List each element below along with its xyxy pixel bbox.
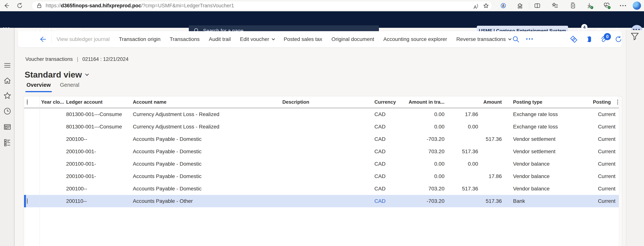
menu-posted-sales-tax[interactable]: Posted sales tax xyxy=(284,36,322,42)
account-name-cell: Accounts Payable - Domestic xyxy=(132,148,282,154)
row-select-radio[interactable] xyxy=(27,198,28,204)
favorites-list-icon[interactable] xyxy=(552,2,558,9)
amount-mid-cell: 0.00 xyxy=(447,124,481,130)
menu-transactions[interactable]: Transactions xyxy=(170,36,200,42)
table-row[interactable]: 801300-001---Consume Currency Adjustment… xyxy=(24,108,622,120)
browser-refresh-icon[interactable] xyxy=(16,2,23,9)
view-selector[interactable]: Standard view xyxy=(24,70,88,80)
menu-transaction-origin[interactable]: Transaction origin xyxy=(119,36,160,42)
copilot-icon[interactable] xyxy=(633,2,641,10)
browser-toolbar: https://d365finops-sand.hifxpreprod.poc/… xyxy=(0,0,644,11)
command-bar-divider xyxy=(52,35,52,44)
posting-layer-cell: Current xyxy=(592,124,619,130)
recent-clock-icon[interactable] xyxy=(3,107,12,115)
column-header-posting-layer[interactable]: Posting xyxy=(592,99,619,105)
amount-mid-cell: 517.36 xyxy=(447,148,481,154)
amount-in-transaction-cell: 0.00 xyxy=(396,173,447,179)
split-screen-icon[interactable] xyxy=(534,2,540,9)
currency-cell: CAD xyxy=(374,186,396,192)
table-row[interactable]: 200100-001- Accounts Payable - Domestic … xyxy=(24,170,622,182)
menu-original-document[interactable]: Original document xyxy=(332,36,374,42)
column-header-currency[interactable]: Currency xyxy=(374,99,396,105)
amount-in-transaction-cell: 703.20 xyxy=(396,186,447,192)
office-icon[interactable] xyxy=(585,36,592,43)
column-header-year-closed[interactable]: Year clo... xyxy=(40,99,66,105)
ledger-account-cell: 200110-- xyxy=(66,198,132,204)
record-title: Voucher transactions xyxy=(25,56,73,62)
read-aloud-icon[interactable]: A) xyxy=(474,3,478,10)
posting-layer-cell: Current xyxy=(592,136,619,142)
column-header-account-name[interactable]: Account name xyxy=(132,99,282,105)
posting-layer-cell: Current xyxy=(592,148,619,154)
posting-layer-cell: Current xyxy=(592,186,619,192)
menu-reverse-transactions[interactable]: Reverse transactions xyxy=(456,36,511,42)
grid-options-kebab-icon[interactable] xyxy=(617,100,618,104)
table-row[interactable]: 200100-001- Accounts Payable - Domestic … xyxy=(24,145,622,158)
home-icon[interactable] xyxy=(3,76,12,85)
table-row[interactable]: 200100-- Accounts Payable - Domestic CAD… xyxy=(24,182,622,195)
browser-back-icon[interactable] xyxy=(4,2,10,9)
command-search-icon[interactable] xyxy=(512,36,520,43)
column-header-posting-type[interactable]: Posting type xyxy=(504,99,592,105)
favorites-star-icon[interactable] xyxy=(3,92,12,100)
posting-type-cell: Bank xyxy=(504,198,592,204)
browser-settings-menu-icon[interactable] xyxy=(620,5,626,6)
column-header-amount[interactable]: Amount xyxy=(481,99,504,105)
record-id: 021164 : 12/21/2024 xyxy=(82,56,128,62)
address-bar[interactable]: https://d365finops-sand.hifxpreprod.poc/… xyxy=(32,1,492,10)
posting-layer-cell: Current xyxy=(592,111,619,117)
workspaces-icon[interactable] xyxy=(3,123,12,131)
filter-funnel-icon[interactable] xyxy=(630,32,639,40)
breadcrumb-separator: | xyxy=(77,56,78,62)
posting-type-cell: Exchange rate loss xyxy=(504,111,592,117)
menu-accounting-source-explorer[interactable]: Accounting source explorer xyxy=(384,36,447,42)
ledger-account-cell: 200100-001- xyxy=(66,173,132,179)
currency-cell-link[interactable]: CAD xyxy=(374,198,396,204)
collections-add-icon[interactable] xyxy=(570,2,576,9)
extensions-puzzle-icon[interactable] xyxy=(517,2,523,9)
menu-view-subledger-journal[interactable]: View subledger journal xyxy=(56,36,110,42)
tab-strip: Overview General xyxy=(26,82,79,91)
posting-type-cell: Vendor balance xyxy=(504,186,592,192)
amount-in-transaction-cell: 0.00 xyxy=(396,124,447,130)
amount-cell: 517.36 xyxy=(481,198,504,204)
voucher-transactions-grid: Year clo... Ledger account Account name … xyxy=(24,96,622,246)
currency-cell: CAD xyxy=(374,136,396,142)
posting-type-cell: Vendor balance xyxy=(504,173,592,179)
column-header-ledger-account[interactable]: Ledger account xyxy=(66,99,132,105)
column-header-amount-in-transaction[interactable]: Amount in tra... xyxy=(396,99,447,105)
menu-audit-trail[interactable]: Audit trail xyxy=(209,36,231,42)
table-row[interactable]: 200100-001- Accounts Payable - Domestic … xyxy=(24,158,622,170)
amount-mid-cell: 17.86 xyxy=(447,111,481,117)
modules-icon[interactable] xyxy=(3,138,12,146)
table-row[interactable]: 200100-- Accounts Payable - Domestic CAD… xyxy=(24,133,622,145)
amount-cell: 517.36 xyxy=(481,136,504,142)
site-lock-icon[interactable] xyxy=(37,3,42,8)
tab-overview[interactable]: Overview xyxy=(26,82,51,91)
refresh-icon[interactable] xyxy=(615,36,622,43)
notification-count-badge: 4 xyxy=(581,24,588,30)
column-header-description[interactable]: Description xyxy=(282,99,374,105)
tab-general[interactable]: General xyxy=(60,82,79,91)
page-back-icon[interactable] xyxy=(39,35,46,43)
password-manager-icon[interactable] xyxy=(500,2,506,9)
favorite-star-icon[interactable] xyxy=(484,3,489,8)
select-all-column-header[interactable] xyxy=(24,99,40,105)
amount-in-transaction-cell: 0.00 xyxy=(396,111,447,117)
account-name-cell: Accounts Payable - Domestic xyxy=(132,186,282,192)
toolbar-divider xyxy=(529,2,530,9)
account-name-cell: Accounts Payable - Other xyxy=(132,198,282,204)
ledger-account-cell: 200100-- xyxy=(66,186,132,192)
power-apps-icon[interactable] xyxy=(570,36,578,43)
grid-vertical-scrollbar[interactable] xyxy=(619,96,622,246)
command-overflow-icon[interactable] xyxy=(526,38,533,40)
table-row-selected[interactable]: 200110-- Accounts Payable - Other CAD -7… xyxy=(24,195,622,207)
account-name-cell: Accounts Payable - Domestic xyxy=(132,173,282,179)
menu-edit-voucher[interactable]: Edit voucher xyxy=(240,36,274,42)
ledger-account-cell: 200100-001- xyxy=(66,161,132,167)
table-row[interactable]: 801300-001---Consume Currency Adjustment… xyxy=(24,120,622,133)
amount-cell: 17.86 xyxy=(481,173,504,179)
hamburger-menu-icon[interactable] xyxy=(3,61,12,70)
filter-pane-collapsed xyxy=(626,30,644,246)
select-all-radio[interactable] xyxy=(27,99,28,105)
